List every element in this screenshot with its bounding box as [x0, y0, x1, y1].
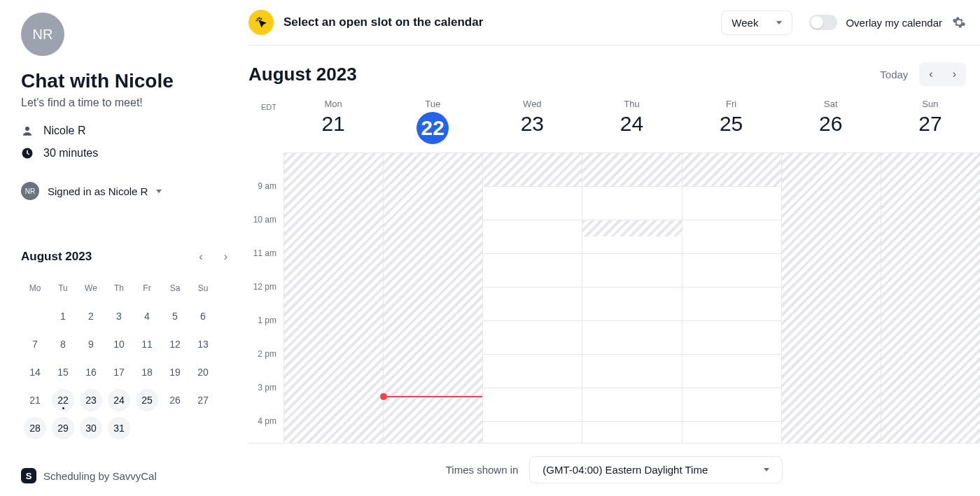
hour-line: [582, 354, 681, 355]
mini-day[interactable]: 31: [108, 417, 130, 439]
hour-line: [682, 287, 781, 288]
mini-day: 9: [80, 333, 102, 355]
busy-block: [483, 153, 582, 186]
mini-dow: Sa: [161, 274, 189, 302]
mini-day: 20: [192, 361, 214, 383]
next-week-button[interactable]: ›: [943, 62, 966, 86]
time-label: 3 pm: [248, 383, 284, 416]
mini-next-month[interactable]: ›: [220, 249, 232, 264]
mini-day: 13: [192, 333, 214, 355]
day-column[interactable]: [482, 153, 582, 443]
day-header: Tue22: [383, 99, 482, 144]
mini-dow: Fr: [133, 274, 161, 302]
clock-icon: [21, 147, 34, 160]
hour-line: [582, 186, 681, 187]
mini-calendar-title: August 2023: [21, 250, 92, 264]
signed-in-text: Signed in as Nicole R: [48, 185, 148, 197]
hour-line: [483, 354, 582, 355]
hour-line: [483, 186, 582, 187]
page-title: Chat with Nicole: [21, 70, 232, 92]
day-column[interactable]: [284, 153, 383, 443]
mini-day: 6: [192, 305, 214, 327]
day-header: Fri25: [682, 99, 781, 144]
hour-line: [483, 287, 582, 288]
mini-day: 2: [80, 305, 102, 327]
day-header-num: 24: [582, 112, 681, 136]
hour-line: [483, 388, 582, 388]
hour-line: [682, 253, 781, 254]
mini-day: 19: [164, 361, 186, 383]
mini-day[interactable]: 23: [80, 389, 102, 411]
day-header: Wed23: [482, 99, 582, 144]
mini-day: 26: [164, 389, 186, 411]
view-select[interactable]: Week: [721, 10, 792, 35]
hour-line: [682, 388, 781, 388]
day-header-num: 21: [284, 112, 383, 136]
time-label: 11 am: [248, 248, 284, 282]
host-name: Nicole R: [43, 125, 85, 137]
day-header-num: 26: [781, 112, 881, 136]
page-subtitle: Let's find a time to meet!: [21, 97, 232, 109]
day-header-num: 27: [881, 112, 980, 136]
time-label: 10 am: [248, 215, 284, 248]
mini-day: 1: [52, 305, 74, 327]
hour-line: [582, 253, 681, 254]
pointer-click-icon: [248, 10, 274, 35]
view-select-label: Week: [732, 17, 758, 29]
day-column[interactable]: [881, 153, 980, 443]
mini-day: 16: [80, 361, 102, 383]
timezone-short: EDT: [248, 103, 284, 144]
mini-day[interactable]: 24: [108, 389, 130, 411]
signed-in-avatar: NR: [21, 182, 39, 200]
hour-line: [582, 421, 681, 422]
person-icon: [21, 125, 34, 137]
today-button[interactable]: Today: [880, 69, 908, 80]
day-column[interactable]: [582, 153, 681, 443]
day-header: Thu24: [582, 99, 681, 144]
day-header-dow: Fri: [682, 99, 781, 109]
powered-by[interactable]: S Scheduling by SavvyCal: [21, 454, 232, 483]
hour-line: [682, 220, 781, 220]
mini-day: 4: [136, 305, 158, 327]
hour-line: [582, 320, 681, 321]
mini-dow: Tu: [49, 274, 77, 302]
busy-block: [782, 153, 881, 443]
mini-day[interactable]: 22: [52, 389, 74, 411]
day-header-dow: Sat: [781, 99, 881, 109]
gear-icon[interactable]: [952, 15, 966, 29]
mini-day: 18: [136, 361, 158, 383]
time-label: 4 pm: [248, 416, 284, 443]
day-column[interactable]: [383, 153, 482, 443]
day-header-dow: Thu: [582, 99, 681, 109]
day-header: Mon21: [284, 99, 383, 144]
host-avatar: NR: [21, 13, 64, 56]
mini-day: 5: [164, 305, 186, 327]
day-column[interactable]: [781, 153, 881, 443]
day-header-dow: Mon: [284, 99, 383, 109]
day-header-dow: Tue: [383, 99, 482, 109]
mini-day: 12: [164, 333, 186, 355]
mini-day[interactable]: 29: [52, 417, 74, 439]
mini-day: 8: [52, 333, 74, 355]
prev-week-button[interactable]: ‹: [919, 62, 942, 86]
day-column[interactable]: [682, 153, 781, 443]
overlay-label: Overlay my calendar: [846, 17, 942, 29]
timezone-select[interactable]: (GMT-04:00) Eastern Daylight Time: [529, 456, 783, 483]
signed-in-menu[interactable]: NR Signed in as Nicole R: [21, 182, 232, 200]
mini-day: 21: [24, 389, 46, 411]
mini-day: 3: [108, 305, 130, 327]
day-header: Sat26: [781, 99, 881, 144]
hour-line: [483, 421, 582, 422]
mini-day[interactable]: 25: [136, 389, 158, 411]
overlay-toggle[interactable]: [809, 15, 837, 30]
mini-day[interactable]: 30: [80, 417, 102, 439]
mini-day: 11: [136, 333, 158, 355]
mini-dow: We: [77, 274, 105, 302]
mini-prev-month[interactable]: ‹: [195, 249, 206, 264]
busy-block: [582, 220, 681, 236]
topbar-title: Select an open slot on the calendar: [284, 15, 721, 29]
mini-day[interactable]: 28: [24, 417, 46, 439]
mini-dow: Mo: [21, 274, 49, 302]
busy-block: [682, 153, 781, 186]
mini-day: 7: [24, 333, 46, 355]
